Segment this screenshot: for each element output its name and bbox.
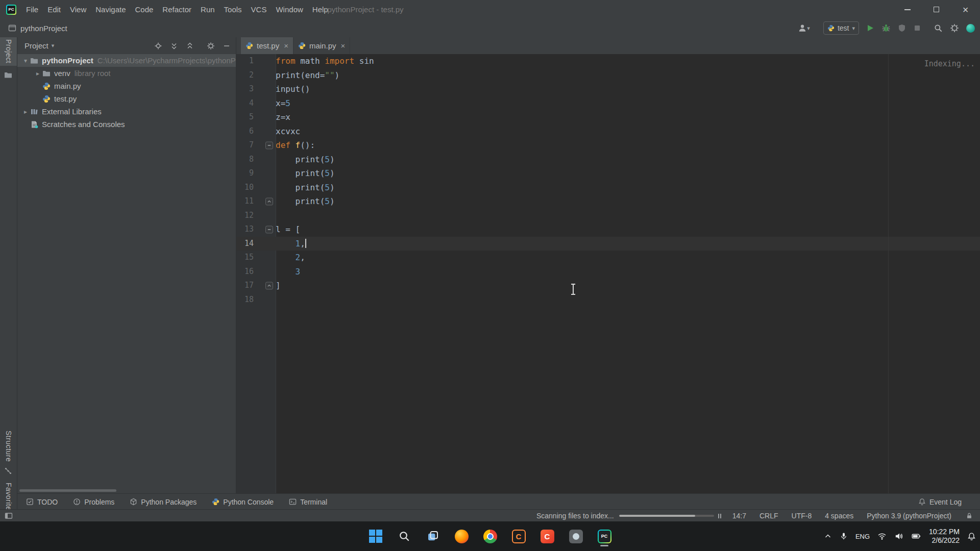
gutter-fold-area[interactable] [254,293,276,307]
tool-tab-project[interactable]: Project [0,37,17,66]
line-number[interactable]: 17 [236,279,254,293]
minimize-button[interactable] [893,0,922,19]
run-coverage-button[interactable] [898,24,906,32]
tab-main-py[interactable]: main.py × [293,37,350,54]
hide-panel-icon[interactable] [223,42,231,50]
menu-edit[interactable]: Edit [43,0,65,19]
menu-refactor[interactable]: Refactor [158,0,196,19]
menu-view[interactable]: View [65,0,91,19]
caret-right-icon[interactable]: ▸ [21,108,30,115]
code-line[interactable]: 2print(end="") [236,68,980,83]
firefox-button[interactable] [450,525,473,547]
line-number[interactable]: 6 [236,124,254,139]
notification-bell-icon[interactable] [967,532,976,541]
panel-settings-gear-icon[interactable] [207,42,215,50]
code-editor[interactable]: 1from math import sin2print(end="")3inpu… [236,54,980,493]
settings-gear-icon[interactable] [950,23,959,33]
tree-item-test-py[interactable]: test.py [17,92,236,105]
line-number[interactable]: 9 [236,166,254,181]
caret-right-icon[interactable]: ▸ [33,70,42,77]
line-number[interactable]: 1 [236,54,254,68]
taskbar-search-button[interactable] [393,525,415,547]
code-line[interactable]: 7def f(): [236,138,980,153]
gutter-fold-area[interactable] [254,251,276,265]
code-line[interactable]: 15 2, [236,251,980,265]
line-number[interactable]: 8 [236,153,254,167]
fold-end-icon[interactable] [265,282,273,289]
volume-icon[interactable] [894,532,903,541]
project-panel-title[interactable]: Project [24,41,48,50]
horizontal-scrollbar-thumb[interactable] [19,489,116,492]
input-language-indicator[interactable]: ENG [855,533,870,540]
fold-open-icon[interactable] [265,226,273,233]
debug-button[interactable] [881,23,891,33]
tree-item-main-py[interactable]: main.py [17,80,236,92]
code-line[interactable]: 17] [236,279,980,293]
start-button[interactable] [364,525,387,547]
menu-run[interactable]: Run [196,0,219,19]
tool-tab-problems[interactable]: Problems [73,498,114,506]
gutter-fold-area[interactable] [254,222,276,237]
pycharm-logo-icon[interactable] [6,5,16,15]
tool-tab-python-console[interactable]: Python Console [212,498,274,506]
expand-all-icon[interactable] [170,42,178,50]
tool-tab-python-packages[interactable]: Python Packages [130,498,197,506]
line-ending-widget[interactable]: CRLF [760,512,778,520]
caret-position-widget[interactable]: 14:7 [732,512,746,520]
ide-updates-icon[interactable] [966,24,975,33]
line-number[interactable]: 7 [236,138,254,153]
fold-open-icon[interactable] [265,141,273,149]
code-line[interactable]: 13l = [ [236,222,980,237]
code-line[interactable]: 9 print(5) [236,166,980,181]
menu-navigate[interactable]: Navigate [91,0,130,19]
line-number[interactable]: 18 [236,293,254,307]
gutter-fold-area[interactable] [254,181,276,195]
app-gray-button[interactable] [565,525,587,547]
taskbar-clock[interactable]: 10:22 PM 2/6/2022 [929,528,960,545]
stop-button[interactable] [913,24,921,32]
gutter-fold-area[interactable] [254,110,276,124]
user-dropdown-caret-icon[interactable]: ▾ [807,25,810,32]
code-line[interactable]: 8 print(5) [236,153,980,167]
run-configuration-select[interactable]: test ▾ [823,21,859,35]
encoding-widget[interactable]: UTF-8 [792,512,812,520]
project-folder-icon[interactable] [4,71,12,79]
code-line[interactable]: 3input() [236,82,980,96]
code-line[interactable]: 4x=5 [236,96,980,111]
task-view-button[interactable] [422,525,444,547]
line-number[interactable]: 5 [236,110,254,124]
tree-item-venv[interactable]: ▸ venv library root [17,67,236,80]
code-line[interactable]: 1from math import sin [236,54,980,68]
menu-vcs[interactable]: VCS [247,0,272,19]
gutter-fold-area[interactable] [254,209,276,223]
line-number[interactable]: 13 [236,222,254,237]
microphone-tray-icon[interactable] [840,532,848,540]
event-log-button[interactable]: Event Log [918,498,962,506]
menu-code[interactable]: Code [130,0,158,19]
search-everywhere-icon[interactable] [934,23,943,33]
gutter-fold-area[interactable] [254,166,276,181]
battery-icon[interactable] [911,532,921,541]
gutter-fold-area[interactable] [254,237,276,251]
line-number[interactable]: 11 [236,194,254,209]
breadcrumb[interactable]: pythonProject [20,24,67,33]
tool-tab-structure[interactable]: Structure [5,431,13,462]
menu-file[interactable]: File [21,0,43,19]
project-view-caret-icon[interactable]: ▾ [52,42,55,49]
gutter-fold-area[interactable] [254,96,276,111]
user-profile-icon[interactable] [798,23,807,33]
close-button[interactable]: × [951,0,980,19]
interpreter-widget[interactable]: Python 3.9 (pythonProject) [867,512,951,520]
code-line[interactable]: 6xcvxc [236,124,980,139]
line-number[interactable]: 15 [236,251,254,265]
gutter-fold-area[interactable] [254,68,276,83]
gutter-fold-area[interactable] [254,54,276,68]
locate-file-icon[interactable] [154,42,162,50]
structure-icon[interactable] [4,467,12,475]
indent-widget[interactable]: 4 spaces [825,512,853,520]
tool-tab-terminal[interactable]: Terminal [289,498,327,506]
menu-tools[interactable]: Tools [219,0,247,19]
tab-test-py[interactable]: test.py × [241,37,293,54]
tree-item-pythonproject[interactable]: ▾ pythonProject C:\Users\User\PycharmPro… [17,54,236,67]
gutter-fold-area[interactable] [254,82,276,96]
